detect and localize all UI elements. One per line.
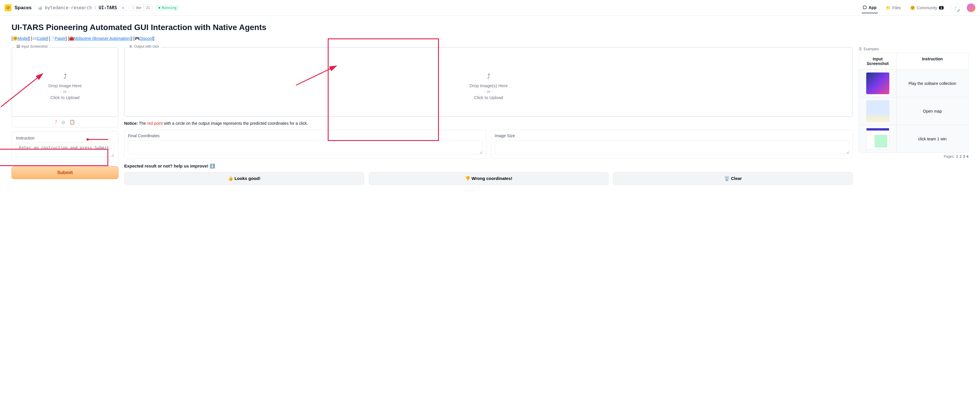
- or-text: - or -: [60, 89, 69, 94]
- click-upload-text: Click to Upload: [51, 95, 80, 100]
- example-thumb: [859, 125, 897, 153]
- spaces-label[interactable]: Spaces: [14, 5, 32, 11]
- hf-logo[interactable]: 🤗: [5, 4, 11, 11]
- heart-icon: ♡ like: [129, 5, 143, 11]
- looks-good-button[interactable]: 👍 Looks good!: [124, 172, 364, 185]
- nav-tabs: 🖵 App 📁 Files 🤗 Community 1 ⋮🔗: [862, 2, 975, 13]
- input-dropzone[interactable]: ⤴ Drop Image Here - or - Click to Upload: [12, 47, 118, 117]
- page-link[interactable]: 1: [956, 155, 958, 159]
- example-row[interactable]: click team 1 win: [859, 125, 968, 153]
- paper-link[interactable]: Paper: [55, 36, 65, 41]
- thumb-image: [866, 100, 889, 122]
- tab-app[interactable]: 🖵 App: [862, 2, 878, 13]
- example-thumb: [859, 97, 897, 125]
- instruction-input[interactable]: [16, 143, 114, 157]
- click-upload-text: Click to Upload: [474, 95, 503, 100]
- coords-output[interactable]: [128, 140, 482, 154]
- output-panel-label: 🗎 Output with click: [127, 45, 161, 48]
- image-icon: 🖼: [16, 45, 20, 48]
- input-panel-label: 🖼 Input Screenshot: [15, 45, 49, 48]
- drop-text: Drop Image Here: [48, 83, 81, 88]
- model-link[interactable]: Model: [18, 36, 29, 41]
- instruction-label: Instruction: [16, 136, 114, 140]
- coords-panel: Final Coordinates: [124, 130, 486, 159]
- size-panel: Image Size: [491, 130, 853, 159]
- thumb-image: [866, 128, 889, 150]
- col-screenshot: Input Screenshot: [859, 53, 897, 70]
- tab-community[interactable]: 🤗 Community 1: [909, 3, 945, 13]
- spaces-icon: 📊: [38, 6, 42, 10]
- like-count: 21: [143, 5, 152, 11]
- input-screenshot-panel: 🖼 Input Screenshot ⤴ Drop Image Here - o…: [11, 47, 118, 128]
- submit-button[interactable]: Submit: [11, 166, 118, 179]
- dropzone-footer: ⤴ ◎ 📋: [12, 117, 118, 127]
- example-instruction: Open map: [897, 97, 968, 125]
- clear-button[interactable]: 🗑️ Clear: [613, 172, 853, 185]
- examples-table: Input Screenshot Instruction Play the so…: [859, 53, 969, 153]
- example-row[interactable]: Play the solitaire collection: [859, 70, 968, 97]
- pagination: Pages: 1 2 3 4: [859, 155, 969, 159]
- file-icon: 🗎: [129, 45, 132, 48]
- wrong-coords-button[interactable]: 👎 Wrong coordinates!: [369, 172, 609, 185]
- output-fields: Final Coordinates Image Size: [124, 130, 853, 159]
- code-link[interactable]: Code: [37, 36, 46, 41]
- user-avatar[interactable]: [967, 3, 975, 12]
- col-instruction: Instruction: [897, 53, 968, 70]
- feedback-row: 👍 Looks good! 👎 Wrong coordinates! 🗑️ Cl…: [124, 172, 853, 185]
- or-text: - or -: [484, 89, 493, 94]
- expected-label: Expected result or not? help us improve!…: [124, 163, 853, 169]
- example-instruction: Play the solitaire collection: [897, 70, 968, 97]
- middle-column: 🗎 Output with click ⤴ Drop Image(s) Here…: [124, 47, 853, 185]
- instruction-panel: Instruction: [11, 131, 118, 162]
- app-icon: 🖵: [863, 5, 867, 10]
- content: UI-TARS Pioneering Automated GUI Interac…: [0, 16, 980, 192]
- midscene-link[interactable]: Midscene (Browser Automation): [74, 36, 131, 41]
- upload-icon: ⤴: [487, 73, 490, 80]
- size-label: Image Size: [495, 134, 849, 138]
- example-instruction: click team 1 win: [897, 125, 968, 153]
- more-menu-button[interactable]: ⋮🔗: [952, 4, 960, 12]
- page-link[interactable]: 4: [966, 155, 969, 159]
- right-column: ☰ Examples Input Screenshot Instruction …: [859, 47, 969, 159]
- resource-links: [🤗Model] [⌨️Code] [📄Paper] [🧰Midscene (B…: [11, 36, 969, 41]
- output-panel: 🗎 Output with click ⤴ Drop Image(s) Here…: [124, 47, 853, 117]
- example-row[interactable]: Open map: [859, 97, 968, 125]
- copy-button[interactable]: ⧉: [120, 5, 126, 11]
- examples-header: ☰ Examples: [859, 47, 969, 51]
- like-pill[interactable]: ♡ like 21: [129, 5, 153, 11]
- status-pill[interactable]: Running: [156, 5, 180, 11]
- page-link[interactable]: 3: [963, 155, 965, 159]
- output-dropzone[interactable]: ⤴ Drop Image(s) Here - or - Click to Upl…: [124, 47, 853, 117]
- link-icon: 🔗: [957, 9, 960, 12]
- files-icon: 📁: [886, 5, 891, 10]
- page-title: UI-TARS Pioneering Automated GUI Interac…: [11, 23, 969, 32]
- community-badge: 1: [939, 6, 943, 10]
- discord-link[interactable]: Discord: [140, 36, 153, 41]
- upload-file-icon[interactable]: ⤴: [55, 119, 57, 125]
- list-icon: ☰: [859, 47, 862, 51]
- page-link[interactable]: 2: [959, 155, 961, 159]
- examples-header-row: Input Screenshot Instruction: [859, 53, 968, 70]
- coords-label: Final Coordinates: [128, 134, 482, 138]
- space-link[interactable]: UI-TARS: [99, 5, 117, 10]
- tab-files[interactable]: 📁 Files: [885, 3, 902, 13]
- status-dot-icon: [159, 7, 160, 9]
- webcam-icon[interactable]: ◎: [61, 119, 65, 125]
- upload-icon: ⤴: [64, 73, 67, 80]
- size-output[interactable]: [495, 140, 849, 154]
- slash: /: [95, 5, 96, 10]
- left-column: 🖼 Input Screenshot ⤴ Drop Image Here - o…: [11, 47, 118, 179]
- topbar: 🤗 Spaces 📊 bytedance-research / UI-TARS …: [0, 0, 980, 16]
- status-text: Running: [162, 6, 177, 10]
- community-icon: 🤗: [910, 5, 915, 10]
- clipboard-icon[interactable]: 📋: [69, 119, 75, 125]
- divider: [35, 5, 35, 10]
- drop-text: Drop Image(s) Here: [469, 83, 508, 88]
- org-link[interactable]: bytedance-research: [45, 5, 92, 10]
- notice-text: Notice: The red point with a circle on t…: [124, 121, 853, 126]
- example-thumb: [859, 70, 897, 97]
- thumb-image: [866, 72, 889, 94]
